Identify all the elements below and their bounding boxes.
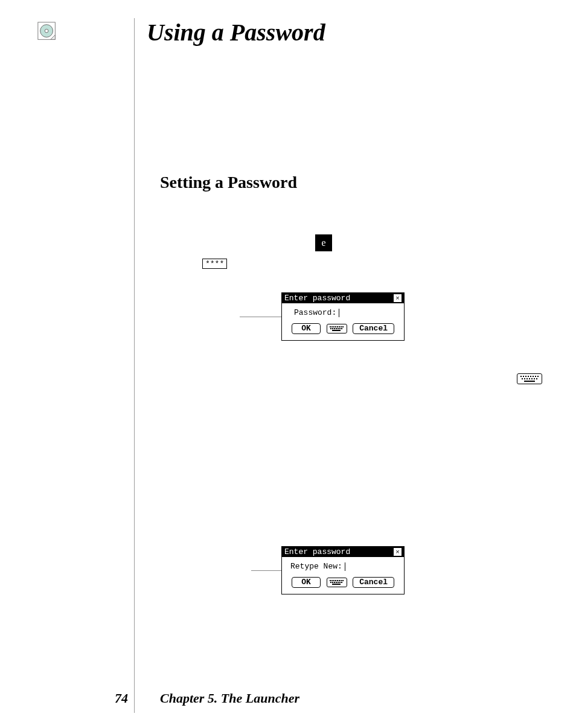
svg-rect-10 <box>339 326 340 327</box>
svg-rect-28 <box>537 376 539 377</box>
svg-point-3 <box>45 29 48 33</box>
chapter-label: Chapter 5. The Launcher <box>160 691 299 706</box>
svg-rect-30 <box>524 378 525 379</box>
close-icon[interactable]: × <box>394 294 402 302</box>
svg-rect-13 <box>330 328 331 329</box>
svg-rect-8 <box>335 326 336 327</box>
svg-rect-50 <box>339 582 341 583</box>
dialog-titlebar: Enter password × <box>282 293 404 303</box>
svg-rect-52 <box>332 584 341 585</box>
keyboard-icon-button[interactable] <box>327 578 347 587</box>
svg-rect-46 <box>332 582 333 583</box>
svg-rect-29 <box>522 378 523 379</box>
svg-rect-43 <box>341 580 342 581</box>
svg-rect-27 <box>535 376 536 377</box>
svg-rect-51 <box>341 582 342 583</box>
lock-icon: e <box>315 234 332 251</box>
svg-rect-47 <box>334 582 335 583</box>
svg-rect-19 <box>341 328 342 329</box>
svg-rect-18 <box>339 328 341 329</box>
page-title: Using a Password <box>147 18 325 47</box>
svg-rect-6 <box>331 326 333 327</box>
svg-rect-20 <box>332 330 341 331</box>
password-mask-label: **** <box>202 259 227 269</box>
dialog-title: Enter password <box>284 547 350 556</box>
svg-rect-7 <box>333 326 334 327</box>
page-number: 74 <box>115 691 128 706</box>
svg-rect-45 <box>330 582 331 583</box>
svg-rect-39 <box>333 580 334 581</box>
keyboard-icon <box>517 373 542 384</box>
svg-rect-31 <box>526 378 528 379</box>
svg-rect-9 <box>337 326 338 327</box>
svg-rect-44 <box>342 580 344 581</box>
svg-rect-32 <box>529 378 530 379</box>
svg-rect-23 <box>525 376 526 377</box>
enter-password-dialog: Enter password × Password: OK <box>281 292 405 341</box>
svg-rect-22 <box>523 376 524 377</box>
svg-rect-15 <box>334 328 335 329</box>
text-cursor[interactable] <box>345 562 345 571</box>
svg-rect-26 <box>533 376 534 377</box>
section-heading: Setting a Password <box>160 173 297 192</box>
password-field-label: Password: <box>294 308 336 317</box>
svg-rect-24 <box>528 376 529 377</box>
svg-rect-37 <box>330 580 331 581</box>
svg-rect-16 <box>336 328 337 329</box>
svg-rect-41 <box>337 580 338 581</box>
svg-rect-36 <box>524 381 535 382</box>
connector-line <box>251 570 281 571</box>
svg-rect-35 <box>536 378 537 379</box>
connector-line <box>240 317 281 317</box>
svg-rect-21 <box>520 376 522 377</box>
vertical-rule <box>134 18 135 701</box>
keyboard-icon-button[interactable] <box>327 324 347 333</box>
svg-rect-38 <box>331 580 333 581</box>
svg-rect-17 <box>338 328 339 329</box>
svg-rect-25 <box>530 376 531 377</box>
cancel-button[interactable]: Cancel <box>353 323 394 334</box>
retype-password-dialog: Enter password × Retype New: OK <box>281 546 405 594</box>
text-cursor[interactable] <box>339 309 339 317</box>
svg-rect-42 <box>339 580 340 581</box>
cd-note-icon <box>36 21 59 43</box>
ok-button[interactable]: OK <box>292 577 321 588</box>
dialog-title: Enter password <box>284 294 350 303</box>
dialog-titlebar: Enter password × <box>282 547 404 557</box>
svg-rect-49 <box>338 582 339 583</box>
ok-button[interactable]: OK <box>292 323 321 334</box>
svg-rect-34 <box>534 378 535 379</box>
retype-field-label: Retype New: <box>290 562 342 571</box>
cancel-button[interactable]: Cancel <box>353 577 394 588</box>
svg-rect-14 <box>332 328 333 329</box>
svg-rect-5 <box>330 326 331 327</box>
svg-rect-11 <box>341 326 342 327</box>
svg-rect-48 <box>336 582 337 583</box>
svg-rect-33 <box>531 378 533 379</box>
close-icon[interactable]: × <box>394 548 402 556</box>
svg-rect-40 <box>335 580 336 581</box>
footer-tick <box>134 700 135 713</box>
svg-rect-12 <box>342 326 344 327</box>
